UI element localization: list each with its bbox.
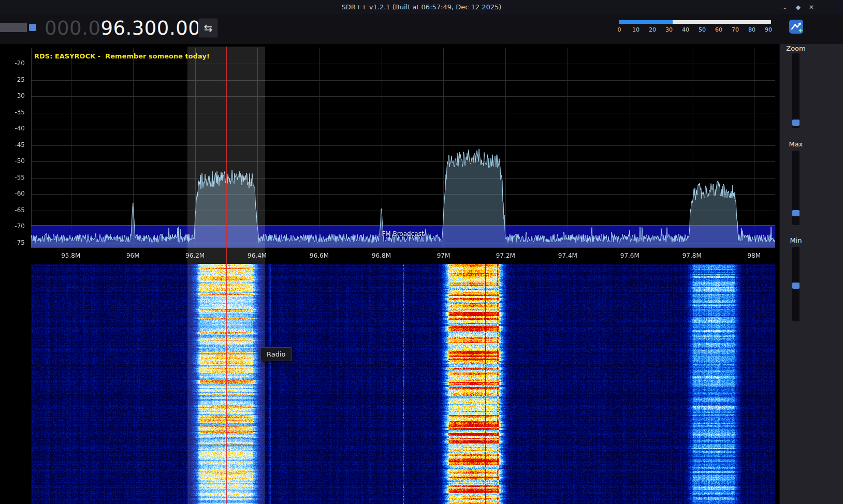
snr-meter-fill (619, 20, 673, 24)
frequency-display[interactable]: 000.096.300.000 (45, 17, 213, 39)
spectrum-waterfall-display: -20-25-30-35-40-45-50-55-60-65-70-75 95.… (0, 44, 779, 504)
frequency-axis-label: 98M (747, 252, 761, 259)
menu-toggle-handle[interactable] (29, 24, 36, 31)
close-window-icon[interactable]: ✕ (809, 4, 814, 11)
frequency-axis-label: 97.4M (558, 252, 577, 259)
zoom-label: Zoom (786, 45, 805, 52)
min-slider[interactable] (792, 247, 800, 321)
db-axis-label: -65 (4, 206, 25, 214)
titlebar[interactable]: SDR++ v1.2.1 (Built at 06:57:49, Dec 12 … (0, 0, 843, 14)
sdrpp-window: SDR++ v1.2.1 (Built at 06:57:49, Dec 12 … (0, 0, 843, 504)
frequency-axis-label: 96.6M (310, 252, 329, 259)
frequency-axis-label: 97.2M (496, 252, 515, 259)
snr-scale-number: 0 (618, 26, 621, 33)
snr-scale-number: 10 (632, 26, 639, 33)
db-axis-label: -30 (4, 92, 25, 99)
zoom-slider[interactable] (792, 53, 800, 128)
cursor-tooltip: Radio (260, 347, 292, 361)
db-axis-label: -50 (4, 157, 25, 165)
snr-scale-number: 80 (748, 26, 755, 33)
frequency-axis: 95.8M96M96.2M96.4M96.6M96.8M97M97.2M97.4… (31, 252, 775, 261)
band-plan-label: FM Broadcast (382, 230, 424, 238)
db-axis-label: -70 (4, 223, 25, 230)
snr-scale-number: 20 (649, 26, 656, 33)
max-slider-grab[interactable] (792, 210, 800, 216)
db-axis-label: -55 (4, 174, 25, 181)
frequency-axis-label: 95.8M (61, 252, 80, 259)
window-controls: ⌄ ◆ ✕ (782, 0, 814, 14)
retune-button[interactable]: ⇆ (198, 18, 218, 38)
zoom-slider-grab[interactable] (792, 120, 800, 126)
snr-scale-number: 70 (732, 26, 739, 33)
db-axis-label: -75 (4, 239, 25, 246)
spectrum-canvas[interactable] (4, 44, 779, 261)
frequency-axis-label: 96.8M (372, 252, 391, 259)
sdrpp-logo-icon[interactable] (789, 19, 804, 34)
toolbar: 000.096.300.000 ⇆ 0102030405060708090 (0, 14, 843, 44)
snr-scale-number: 90 (765, 26, 772, 33)
frequency-axis-label: 96M (126, 252, 140, 259)
db-axis-label: -25 (4, 76, 25, 83)
max-label: Max (789, 140, 803, 148)
waterfall-canvas[interactable] (31, 264, 775, 504)
min-label: Min (790, 236, 802, 244)
snr-meter-scale: 0102030405060708090 (619, 26, 775, 34)
db-axis-label: -20 (4, 60, 25, 67)
window-title: SDR++ v1.2.1 (Built at 06:57:49, Dec 12 … (342, 3, 502, 11)
frequency-axis-label: 97.6M (620, 252, 639, 259)
db-axis-label: -40 (4, 125, 25, 132)
frequency-value: 96.300.000 (100, 17, 213, 39)
min-slider-grab[interactable] (792, 283, 800, 289)
snr-scale-number: 40 (682, 26, 689, 33)
max-slider[interactable] (792, 151, 800, 225)
db-axis-label: -60 (4, 190, 25, 197)
frequency-axis-label: 97M (437, 252, 450, 259)
db-axis: -20-25-30-35-40-45-50-55-60-65-70-75 (4, 44, 27, 261)
maximize-window-icon[interactable]: ◆ (796, 4, 801, 11)
snr-scale-number: 50 (699, 26, 706, 33)
menu-strip[interactable] (0, 23, 27, 32)
frequency-leading-zeros: 000.0 (45, 17, 100, 39)
rds-text: RDS: EASYROCK - Remember someone today! (34, 52, 210, 60)
snr-meter-track (619, 20, 771, 24)
snr-meter: 0102030405060708090 (619, 20, 775, 38)
vfo-center-line[interactable] (226, 47, 227, 504)
snr-scale-number: 60 (715, 26, 722, 33)
db-axis-label: -35 (4, 109, 25, 116)
db-axis-label: -45 (4, 141, 25, 149)
frequency-axis-label: 97.8M (682, 252, 702, 259)
right-sidebar: Zoom Max Min (779, 44, 843, 504)
shade-window-icon[interactable]: ⌄ (782, 4, 788, 11)
snr-scale-number: 30 (665, 26, 673, 33)
swap-arrows-icon: ⇆ (204, 22, 213, 34)
